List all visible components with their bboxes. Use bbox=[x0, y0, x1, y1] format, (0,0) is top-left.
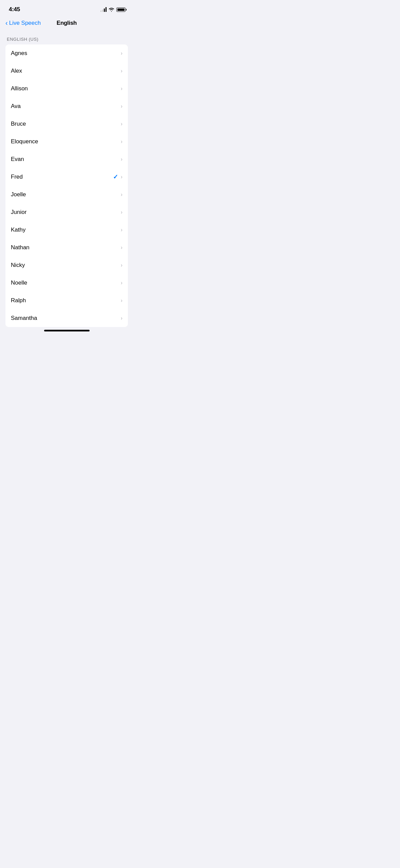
status-time: 4:45 bbox=[9, 6, 20, 13]
list-item[interactable]: Nathan› bbox=[5, 239, 128, 256]
list-item[interactable]: Ava› bbox=[5, 97, 128, 115]
voice-name: Fred bbox=[11, 174, 23, 180]
page-title: English bbox=[57, 20, 77, 26]
voice-name: Eloquence bbox=[11, 138, 38, 145]
list-item-right: › bbox=[121, 245, 122, 251]
list-item[interactable]: Eloquence› bbox=[5, 133, 128, 150]
chevron-right-icon: › bbox=[121, 209, 122, 215]
voice-name: Ava bbox=[11, 103, 21, 110]
list-item[interactable]: Ralph› bbox=[5, 292, 128, 309]
signal-icon bbox=[100, 7, 107, 12]
list-item-right: › bbox=[121, 280, 122, 286]
list-item-right: › bbox=[121, 315, 122, 321]
chevron-right-icon: › bbox=[121, 121, 122, 127]
list-item-right: › bbox=[121, 227, 122, 233]
list-item-right: › bbox=[121, 262, 122, 268]
list-item[interactable]: Alex› bbox=[5, 62, 128, 80]
voice-name: Kathy bbox=[11, 227, 25, 233]
list-item[interactable]: Kathy› bbox=[5, 221, 128, 239]
chevron-right-icon: › bbox=[121, 227, 122, 233]
list-item[interactable]: Joelle› bbox=[5, 186, 128, 203]
list-item-right: › bbox=[121, 50, 122, 56]
back-label: Live Speech bbox=[9, 20, 41, 26]
selected-checkmark-icon: ✓ bbox=[113, 173, 118, 181]
voice-name: Evan bbox=[11, 156, 24, 163]
battery-icon bbox=[116, 7, 127, 12]
voice-name: Noelle bbox=[11, 279, 27, 286]
back-chevron-icon: ‹ bbox=[5, 19, 8, 27]
chevron-right-icon: › bbox=[121, 280, 122, 286]
list-item[interactable]: Fred✓› bbox=[5, 168, 128, 186]
chevron-right-icon: › bbox=[121, 297, 122, 304]
home-indicator bbox=[0, 327, 133, 334]
voice-name: Agnes bbox=[11, 50, 27, 57]
nav-bar: ‹ Live Speech English bbox=[0, 17, 133, 32]
voice-name: Alex bbox=[11, 68, 22, 74]
list-item[interactable]: Noelle› bbox=[5, 274, 128, 292]
list-item-right: › bbox=[121, 68, 122, 74]
chevron-right-icon: › bbox=[121, 245, 122, 251]
list-item[interactable]: Allison› bbox=[5, 80, 128, 97]
list-item-right: › bbox=[121, 297, 122, 304]
voice-name: Nathan bbox=[11, 244, 30, 251]
list-item[interactable]: Junior› bbox=[5, 203, 128, 221]
list-item-right: › bbox=[121, 209, 122, 215]
chevron-right-icon: › bbox=[121, 315, 122, 321]
back-button[interactable]: ‹ Live Speech bbox=[5, 19, 41, 27]
list-item-right: › bbox=[121, 86, 122, 92]
chevron-right-icon: › bbox=[121, 262, 122, 268]
chevron-right-icon: › bbox=[121, 192, 122, 198]
status-bar: 4:45 bbox=[0, 0, 133, 17]
home-bar bbox=[44, 330, 90, 331]
voice-name: Junior bbox=[11, 209, 26, 216]
voice-name: Nicky bbox=[11, 262, 25, 269]
chevron-right-icon: › bbox=[121, 103, 122, 109]
list-item[interactable]: Evan› bbox=[5, 150, 128, 168]
list-item[interactable]: Nicky› bbox=[5, 256, 128, 274]
voice-name: Joelle bbox=[11, 191, 26, 198]
list-item-right: ✓› bbox=[113, 173, 122, 181]
list-item-right: › bbox=[121, 192, 122, 198]
voice-name: Bruce bbox=[11, 121, 26, 127]
list-item[interactable]: Samantha› bbox=[5, 309, 128, 327]
section-header: ENGLISH (US) bbox=[0, 32, 133, 44]
chevron-right-icon: › bbox=[121, 156, 122, 162]
voice-name: Ralph bbox=[11, 297, 26, 304]
voice-list: Agnes›Alex›Allison›Ava›Bruce›Eloquence›E… bbox=[5, 44, 128, 327]
chevron-right-icon: › bbox=[121, 139, 122, 145]
list-item-right: › bbox=[121, 139, 122, 145]
list-item-right: › bbox=[121, 156, 122, 162]
chevron-right-icon: › bbox=[121, 50, 122, 56]
list-item[interactable]: Bruce› bbox=[5, 115, 128, 133]
chevron-right-icon: › bbox=[121, 174, 122, 180]
voice-name: Samantha bbox=[11, 315, 37, 322]
chevron-right-icon: › bbox=[121, 68, 122, 74]
status-icons bbox=[100, 7, 127, 12]
chevron-right-icon: › bbox=[121, 86, 122, 92]
list-item-right: › bbox=[121, 121, 122, 127]
list-item-right: › bbox=[121, 103, 122, 109]
voice-name: Allison bbox=[11, 85, 28, 92]
wifi-icon bbox=[109, 7, 114, 12]
list-item[interactable]: Agnes› bbox=[5, 44, 128, 62]
